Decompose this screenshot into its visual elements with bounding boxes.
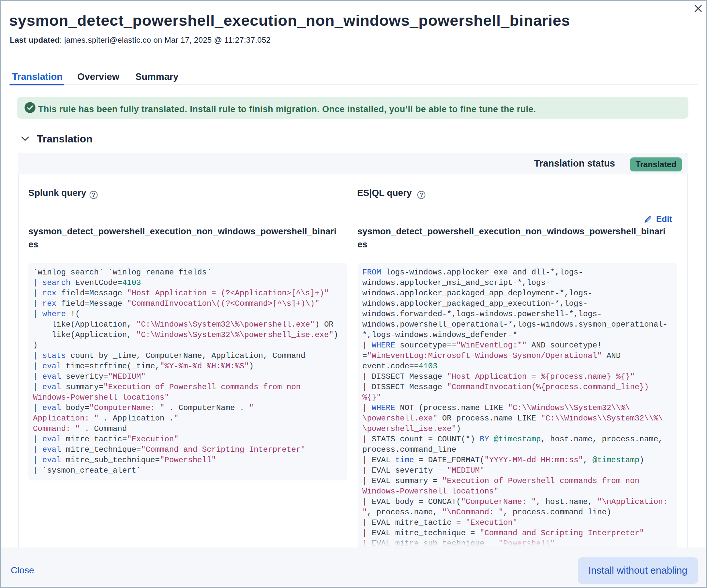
svg-text:?: ? [420, 192, 423, 198]
svg-text:?: ? [92, 192, 96, 198]
